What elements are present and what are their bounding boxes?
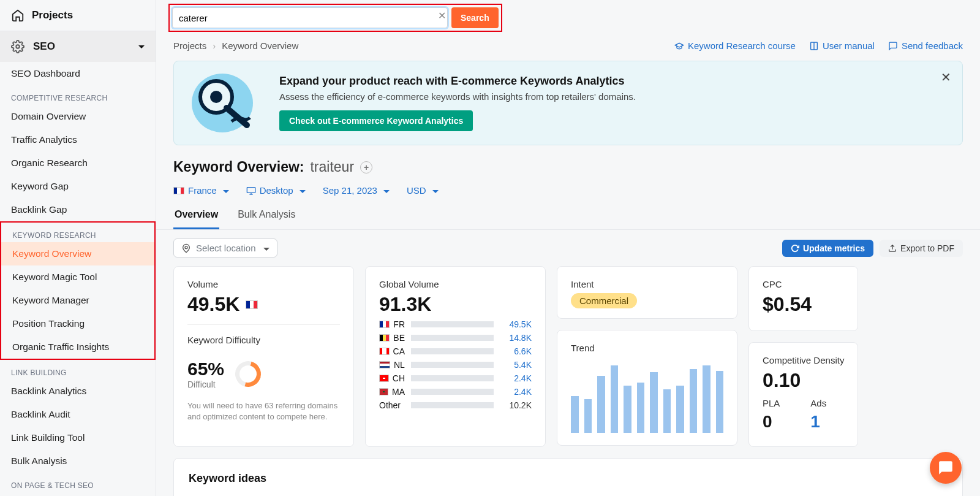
filter-row: France Desktop Sep 21, 2023 USD [156,181,980,202]
tab-bulk-analysis[interactable]: Bulk Analysis [236,202,296,229]
sidebar-item-backlink-analytics[interactable]: Backlink Analytics [0,380,156,403]
sidebar-item-position-tracking[interactable]: Position Tracking [1,312,154,335]
sidebar-item-domain-overview[interactable]: Domain Overview [0,105,156,128]
trend-bar [637,383,645,433]
filter-country[interactable]: France [173,185,229,196]
chat-icon [888,41,898,51]
kd-label: Keyword Difficulty [187,335,340,345]
breadcrumb: Projects › Keyword Overview [173,40,298,51]
sidebar-seo-dashboard[interactable]: SEO Dashboard [0,62,156,85]
svg-point-5 [210,91,222,103]
gv-row-ch: CH 2.4K [379,373,532,383]
promo-banner: Expand your product reach with E-commerc… [173,61,963,145]
sidebar-item-keyword-overview[interactable]: Keyword Overview [1,242,154,265]
sidebar-heading: LINK BUILDING [0,360,156,380]
ideas-title: Keyword ideas [189,472,948,485]
flag-be-icon [379,334,390,341]
projects-label: Projects [32,9,73,21]
filter-currency[interactable]: USD [407,185,439,196]
volume-value: 49.5K [187,293,239,316]
link-user-manual[interactable]: User manual [809,40,875,51]
trend-bar [584,399,592,433]
tab-overview[interactable]: Overview [173,202,219,229]
page-title: Keyword Overview: traiteur + [173,159,372,175]
sidebar-item-organic-traffic-insights[interactable]: Organic Traffic Insights [1,335,154,359]
sidebar-item-keyword-gap[interactable]: Keyword Gap [0,175,156,198]
chevron-down-icon [136,40,145,53]
kd-note: You will need to have 63 referring domai… [187,400,340,422]
volume-label: Volume [187,279,340,289]
ads-label: Ads [810,398,826,408]
export-icon [888,244,897,253]
clear-icon[interactable]: ✕ [438,10,446,21]
cpc-label: CPC [763,279,844,289]
flag-fr-icon [379,321,390,328]
banner-cta-button[interactable]: Check out E-commerce Keyword Analytics [279,110,473,131]
sidebar-heading: COMPETITIVE RESEARCH [0,85,156,105]
sidebar-item-keyword-magic-tool[interactable]: Keyword Magic Tool [1,265,154,289]
intent-label: Intent [571,279,723,289]
export-pdf-button[interactable]: Export to PDF [880,240,963,257]
kd-donut-icon [230,356,265,391]
filter-device[interactable]: Desktop [246,185,306,196]
gv-row-be: BE 14.8K [379,333,532,343]
select-location[interactable]: Select location [173,238,277,258]
desktop-icon [246,186,256,196]
chat-icon [938,460,954,476]
refresh-icon [791,244,799,253]
flag-ma-icon [379,388,388,395]
gv-row-nl: NL 5.4K [379,360,532,370]
keyword-value: traiteur [310,159,354,175]
density-value: 0.10 [763,369,801,392]
crumb-projects[interactable]: Projects [173,40,206,51]
sidebar-seo[interactable]: SEO [0,31,156,62]
search-input[interactable] [172,7,448,28]
sidebar-projects[interactable]: Projects [0,0,156,31]
update-metrics-button[interactable]: Update metrics [782,240,873,257]
banner-title: Expand your product reach with E-commerc… [279,75,636,88]
trend-bar [597,376,605,433]
filter-date[interactable]: Sep 21, 2023 [323,185,390,196]
sidebar-item-backlink-audit[interactable]: Backlink Audit [0,403,156,426]
sidebar-item-backlink-gap[interactable]: Backlink Gap [0,198,156,221]
sidebar-item-traffic-analytics[interactable]: Traffic Analytics [0,128,156,151]
card-competitive-density: Competitive Density 0.10 PLA 0 Ads 1 [748,342,858,447]
sidebar-item-link-building-tool[interactable]: Link Building Tool [0,426,156,449]
sidebar-item-organic-research[interactable]: Organic Research [0,151,156,175]
trend-bar [624,386,631,433]
flag-ch-icon [379,375,389,382]
pla-label: PLA [763,398,780,408]
close-icon[interactable]: ✕ [941,70,951,85]
card-intent: Intent Commercial [557,266,737,319]
pin-icon [181,243,191,253]
seo-label: SEO [33,40,55,53]
sidebar-heading: ON PAGE & TECH SEO [0,473,156,492]
chat-widget[interactable] [930,452,962,484]
book-icon [809,41,819,51]
trend-label: Trend [571,343,723,353]
sidebar: Projects SEO SEO Dashboard COMPETITIVE R… [0,0,156,496]
ads-value: 1 [810,412,820,432]
sidebar-item-keyword-manager[interactable]: Keyword Manager [1,289,154,312]
svg-point-0 [16,45,20,48]
link-send-feedback[interactable]: Send feedback [888,40,963,51]
gv-label: Global Volume [379,279,532,289]
trend-bar [650,372,658,433]
gear-icon [11,40,24,53]
trend-chart [571,365,723,433]
sidebar-item-bulk-analysis[interactable]: Bulk Analysis [0,449,156,473]
magnifier-illustration-icon [189,72,262,134]
intent-badge: Commercial [571,293,637,308]
add-keyword-icon[interactable]: + [360,161,372,174]
link-research-course[interactable]: Keyword Research course [674,40,796,51]
card-keyword-ideas: Keyword ideas Keyword Variations Questio… [173,458,963,496]
graduation-icon [674,41,684,51]
flag-nl-icon [379,361,390,368]
kd-sublabel: Difficult [187,380,224,389]
trend-bar [716,371,724,433]
sidebar-item-site-audit[interactable]: Site Audit [0,492,156,496]
home-icon [11,9,24,22]
pla-value: 0 [763,412,772,432]
trend-bar [611,365,619,433]
search-button[interactable]: Search [451,7,499,28]
